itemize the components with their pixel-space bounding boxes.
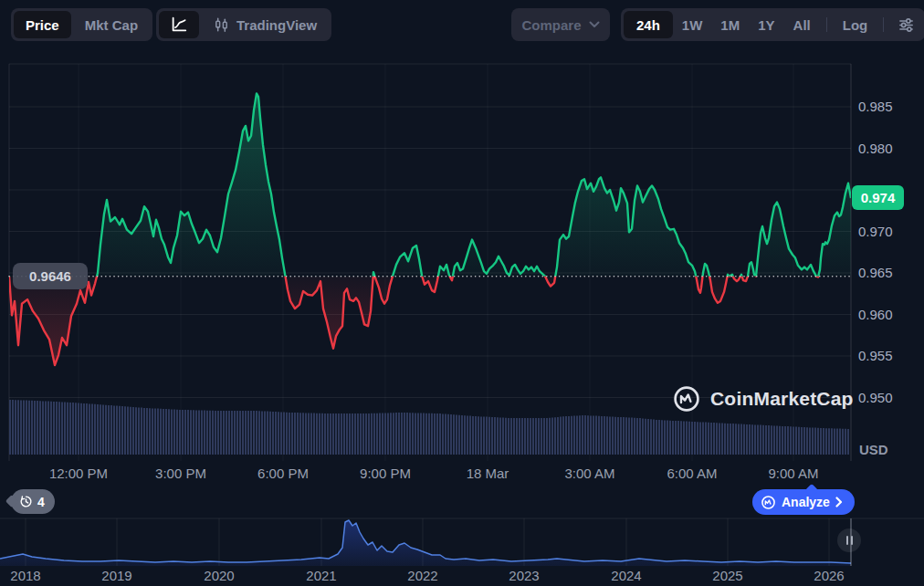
navigator-resize-handle[interactable] xyxy=(837,528,861,552)
navigator-year-tick: 2021 xyxy=(292,568,351,583)
x-axis-tick: 3:00 AM xyxy=(544,466,635,481)
x-axis-tick: 6:00 AM xyxy=(646,466,738,481)
navigator-year-tick: 2023 xyxy=(495,568,553,583)
handle-bar xyxy=(846,536,848,545)
y-axis-tick: 0.960 xyxy=(858,307,893,322)
navigator-year-tick: 2025 xyxy=(698,568,757,583)
x-axis-tick: 9:00 PM xyxy=(340,466,431,481)
y-axis-unit: USD xyxy=(859,442,888,457)
navigator-year-tick: 2019 xyxy=(88,568,146,583)
price-chart-page: Price Mkt Cap TradingView Compare 24h1 xyxy=(0,0,924,586)
navigator-year-tick: 2026 xyxy=(800,568,858,583)
y-axis-tick: 0.985 xyxy=(858,99,893,114)
x-axis-tick: 9:00 AM xyxy=(748,466,839,481)
handle-bar xyxy=(851,536,853,545)
baseline-price-badge: 0.9646 xyxy=(13,263,88,289)
analyze-label: Analyze xyxy=(782,495,830,509)
history-count: 4 xyxy=(37,495,45,509)
chevron-right-icon xyxy=(835,497,843,508)
x-axis-tick: 6:00 PM xyxy=(237,466,329,481)
y-axis-tick: 0.965 xyxy=(858,265,893,280)
y-axis-tick: 0.950 xyxy=(858,390,893,405)
analyze-button[interactable]: Analyze xyxy=(752,489,855,515)
coinmarketcap-watermark: CoinMarketCap xyxy=(672,384,854,413)
x-axis-tick: 12:00 PM xyxy=(33,466,124,481)
history-clock-icon xyxy=(19,495,33,508)
navigator-year-tick: 2022 xyxy=(394,568,452,583)
coinmarketcap-logo-icon xyxy=(672,384,701,413)
navigator-year-tick: 2018 xyxy=(0,568,55,583)
x-axis-tick: 3:00 PM xyxy=(135,466,226,481)
current-price-badge: 0.974 xyxy=(852,185,904,210)
navigator-year-tick: 2024 xyxy=(597,568,656,583)
y-axis-tick: 0.970 xyxy=(858,224,893,239)
navigator-year-tick: 2020 xyxy=(190,568,248,583)
x-axis-tick: 18 Mar xyxy=(442,466,533,481)
chart-history-badge[interactable]: 4 xyxy=(11,489,55,514)
watermark-text: CoinMarketCap xyxy=(710,388,854,410)
y-axis-tick: 0.955 xyxy=(858,348,893,363)
cmc-logo-icon xyxy=(761,495,776,510)
y-axis-tick: 0.980 xyxy=(858,141,893,156)
